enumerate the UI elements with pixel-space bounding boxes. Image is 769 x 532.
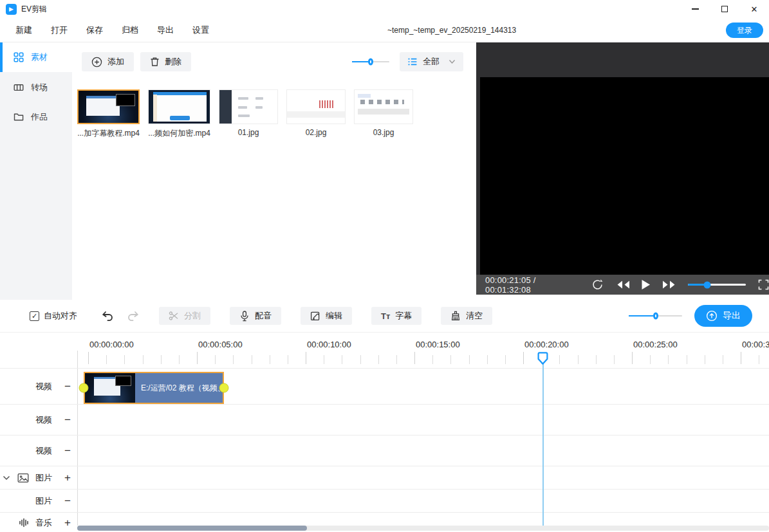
track-label: 图片 <box>35 495 52 507</box>
track-label: 音乐 <box>35 517 52 529</box>
slider-knob[interactable] <box>368 59 373 66</box>
menu-bar: ~temp_~temp_ev_20250219_144313 新建 打开 保存 … <box>0 18 769 42</box>
thumbnail-size-slider[interactable] <box>352 61 389 62</box>
ruler-major-tick <box>741 352 741 364</box>
sidebar-item-label: 作品 <box>31 111 48 123</box>
material-thumbnail-selected[interactable] <box>77 89 140 124</box>
timeline: 00:00:00:00 00:00:05:00 00:00:10:00 00:0… <box>0 332 769 532</box>
filter-dropdown[interactable]: 全部 <box>400 52 463 71</box>
material-item[interactable]: 03.jpg <box>354 89 413 139</box>
material-item[interactable]: 02.jpg <box>286 89 346 139</box>
subtitle-button[interactable]: Tт 字幕 <box>371 307 422 325</box>
checkbox-checked-icon[interactable]: ✓ <box>30 311 39 321</box>
timeline-clip[interactable]: E:/运营/02 教程（视频、... <box>84 372 224 404</box>
trash-icon <box>150 57 160 67</box>
microphone-icon <box>239 311 250 322</box>
volume-knob[interactable] <box>704 281 711 288</box>
undo-icon[interactable] <box>101 310 114 322</box>
remove-track-button[interactable]: − <box>62 414 73 425</box>
broom-icon <box>450 311 461 321</box>
material-item[interactable]: ...加字幕教程.mp4 <box>77 89 140 139</box>
track-row-picture-2: 图片 − <box>0 489 769 512</box>
sidebar-item-materials[interactable]: 素材 <box>0 42 72 72</box>
add-track-button[interactable]: + <box>62 472 73 483</box>
video-viewport[interactable] <box>480 77 769 275</box>
filter-label: 全部 <box>423 56 440 68</box>
edit-button[interactable]: 编辑 <box>301 307 352 325</box>
waveform-icon <box>19 518 29 527</box>
track-header-video-2: 视频 − <box>0 405 77 435</box>
thumb-art <box>238 97 248 100</box>
track-label: 图片 <box>35 472 52 484</box>
close-button[interactable]: ✕ <box>739 0 769 18</box>
playhead-marker[interactable] <box>537 352 548 365</box>
material-thumbnail[interactable] <box>148 89 210 124</box>
remove-track-button[interactable]: − <box>62 495 73 506</box>
material-thumbnail[interactable] <box>354 89 413 124</box>
menu-save[interactable]: 保存 <box>86 24 103 36</box>
track-row-video-3: 视频 − <box>0 435 769 466</box>
add-track-button[interactable]: + <box>62 517 73 528</box>
login-button[interactable]: 登录 <box>726 23 763 38</box>
material-label: ...频如何加密.mp4 <box>148 128 210 139</box>
material-item[interactable]: 01.jpg <box>219 89 278 139</box>
plus-circle-icon <box>91 57 102 68</box>
menu-new[interactable]: 新建 <box>15 24 32 36</box>
timeline-scrollbar[interactable] <box>77 526 769 531</box>
menu-open[interactable]: 打开 <box>51 24 68 36</box>
clip-trim-handle-left[interactable] <box>79 383 89 393</box>
minimize-button[interactable] <box>680 0 710 18</box>
menu-export[interactable]: 导出 <box>157 24 174 36</box>
subtitle-label: 字幕 <box>395 310 412 322</box>
fast-forward-icon <box>662 280 676 289</box>
add-button[interactable]: 添加 <box>82 52 134 71</box>
thumb-art <box>358 109 409 115</box>
sidebar-item-works[interactable]: 作品 <box>0 103 72 131</box>
thumb-art <box>219 90 232 124</box>
thumb-art <box>358 94 371 98</box>
maximize-button[interactable] <box>710 0 739 18</box>
material-item[interactable]: ...频如何加密.mp4 <box>148 89 210 139</box>
timeline-scrollbar-thumb[interactable] <box>77 526 307 531</box>
timeline-zoom-slider[interactable] <box>629 315 682 316</box>
auto-align-toggle[interactable]: ✓ 自动对齐 <box>30 310 77 322</box>
clip-label: E:/运营/02 教程（视频、... <box>135 383 223 394</box>
fast-forward-button[interactable] <box>662 280 676 289</box>
timeline-ruler[interactable]: 00:00:00:00 00:00:05:00 00:00:10:00 00:0… <box>77 333 769 364</box>
export-label: 导出 <box>723 310 741 322</box>
loop-play-button[interactable] <box>591 279 604 291</box>
remove-track-button[interactable]: − <box>62 445 73 456</box>
collapse-chevron-icon[interactable] <box>3 475 10 481</box>
thumb-art <box>86 96 120 116</box>
app-title: EV剪辑 <box>21 4 47 15</box>
export-button[interactable]: 导出 <box>694 305 752 327</box>
volume-slider[interactable] <box>688 284 746 286</box>
dub-button[interactable]: 配音 <box>230 307 281 325</box>
clip-trim-handle-right[interactable] <box>219 383 229 393</box>
menu-settings[interactable]: 设置 <box>192 24 209 36</box>
track-label: 视频 <box>35 445 52 457</box>
material-thumbnail[interactable] <box>286 89 346 124</box>
minimize-icon <box>692 8 699 9</box>
rewind-button[interactable] <box>616 280 631 289</box>
menu-archive[interactable]: 归档 <box>122 24 138 36</box>
sidebar-item-transitions[interactable]: 转场 <box>0 73 72 102</box>
edit-label: 编辑 <box>326 310 342 322</box>
window-controls: ✕ <box>680 0 769 18</box>
chevron-down-icon <box>449 59 456 64</box>
redo-icon[interactable] <box>127 310 140 322</box>
ruler-label: 00:00:15:00 <box>416 340 460 349</box>
rewind-icon <box>616 280 631 289</box>
play-icon <box>641 279 651 290</box>
remove-track-button[interactable]: − <box>62 381 73 392</box>
maximize-icon <box>721 6 728 12</box>
folder-icon <box>14 112 24 122</box>
play-button[interactable] <box>641 279 651 290</box>
slider-knob[interactable] <box>653 313 658 320</box>
slider-fill <box>629 315 656 316</box>
delete-button[interactable]: 删除 <box>140 52 191 71</box>
material-thumbnail[interactable] <box>219 89 278 124</box>
clear-button[interactable]: 清空 <box>441 307 492 325</box>
fullscreen-button[interactable] <box>758 279 769 290</box>
split-button[interactable]: 分割 <box>159 307 210 325</box>
